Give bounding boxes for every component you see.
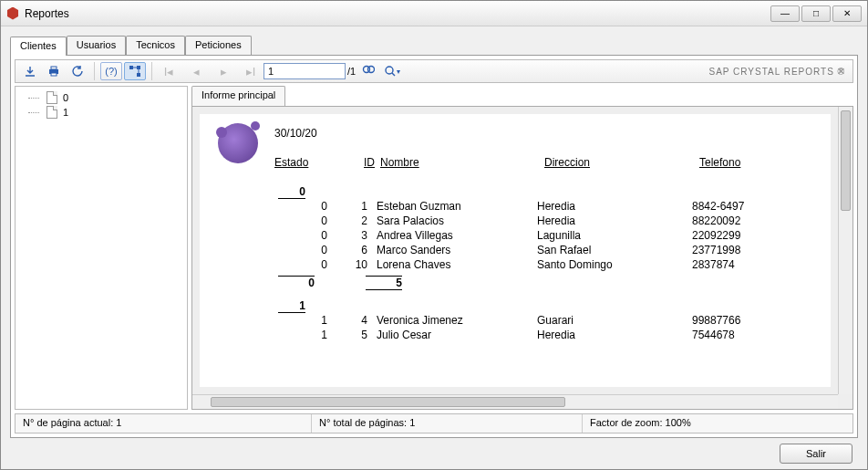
window-title: Reportes [25,7,770,20]
find-icon[interactable] [357,62,379,80]
column-headers: Estado ID Nombre Direccion Telefono [274,156,790,169]
status-bar: N° de página actual: 1 N° total de págin… [15,413,853,433]
tree-item: 1 [19,105,183,120]
print-icon[interactable] [43,62,65,80]
svg-rect-5 [137,73,140,77]
content-area: Clientes Usuarios Tecnicos Peticiones (?… [1,26,867,469]
help-icon[interactable]: (?) [100,62,122,80]
table-row: 03Andrea VillegasLagunilla22092299 [278,228,812,243]
tab-peticiones[interactable]: Peticiones [185,36,252,55]
tab-usuarios[interactable]: Usuarios [67,36,126,55]
group-summary: 05 [278,276,812,290]
status-zoom: Factor de zoom: 100% [583,414,852,433]
close-button[interactable]: ✕ [832,5,862,22]
table-row: 15Julio CesarHeredia7544678 [278,328,812,342]
report-viewer[interactable]: 30/10/20 Estado ID Nombre Direccion Tele… [191,106,853,410]
report-date: 30/10/20 [274,127,790,140]
vertical-scrollbar[interactable] [838,107,852,394]
svg-rect-1 [51,67,57,69]
export-icon[interactable] [19,62,41,80]
tree-icon[interactable] [124,62,146,80]
titlebar: Reportes — □ ✕ [1,1,867,26]
brand-label: SAP CRYSTAL REPORTS ® [708,67,849,77]
tab-strip: Clientes Usuarios Tecnicos Peticiones [10,36,858,56]
tab-informe-principal[interactable]: Informe principal [191,86,285,106]
salir-button[interactable]: Salir [780,444,852,464]
group-tree[interactable]: 0 1 [15,86,188,410]
tab-body: (?) I◂ ◂ ▸ ▸I /1 ▾ SAP CRYSTAL REPORTS ®… [10,56,858,438]
table-row: 010Lorena ChavesSanto Domingo2837874 [278,257,812,272]
first-page-icon[interactable]: I◂ [158,62,180,80]
svg-rect-3 [129,66,133,69]
page-icon [46,106,57,119]
app-window: Reportes — □ ✕ Clientes Usuarios Tecnico… [0,0,868,470]
maximize-button[interactable]: □ [801,5,831,22]
svg-rect-4 [137,66,140,69]
zoom-icon[interactable]: ▾ [381,62,403,80]
page-icon [46,91,57,104]
status-total-pages: N° total de páginas: 1 [312,414,583,433]
report-logo-icon [218,123,258,163]
horizontal-scrollbar[interactable] [192,394,838,409]
last-page-icon[interactable]: ▸I [240,62,262,80]
panel-close-icon[interactable]: ✕ [834,65,847,78]
group-label: 0 [278,185,305,199]
tab-clientes[interactable]: Clientes [10,37,67,56]
tree-item: 0 [19,90,183,105]
svg-point-7 [368,67,375,73]
app-icon [6,7,19,20]
report-pane: Informe principal 30/10/20 Estado ID [191,86,853,410]
table-row: 06Marco SandersSan Rafael23771998 [278,243,812,257]
tab-tecnicos[interactable]: Tecnicos [126,36,185,55]
group-label: 1 [278,299,305,313]
svg-rect-2 [51,73,57,76]
svg-point-8 [386,67,393,74]
refresh-icon[interactable] [67,62,88,80]
report-page: 30/10/20 Estado ID Nombre Direccion Tele… [200,114,831,387]
table-row: 14Veronica JimenezGuarari99887766 [278,313,812,328]
next-page-icon[interactable]: ▸ [212,62,234,80]
minimize-button[interactable]: — [770,5,800,22]
table-row: 02Sara PalaciosHeredia88220092 [278,214,812,228]
table-row: 01Esteban GuzmanHeredia8842-6497 [278,199,812,214]
page-input[interactable] [264,63,346,79]
status-current-page: N° de página actual: 1 [16,414,312,433]
prev-page-icon[interactable]: ◂ [185,62,207,80]
page-total: /1 [347,66,356,77]
report-toolbar: (?) I◂ ◂ ▸ ▸I /1 ▾ SAP CRYSTAL REPORTS ®… [15,59,853,83]
